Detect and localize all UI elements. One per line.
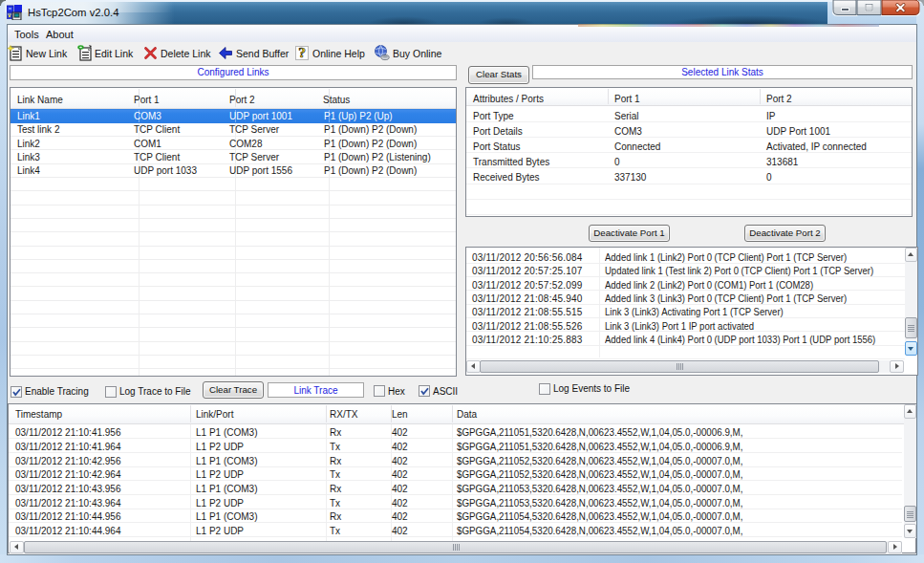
svg-text:?: ?: [298, 46, 306, 60]
